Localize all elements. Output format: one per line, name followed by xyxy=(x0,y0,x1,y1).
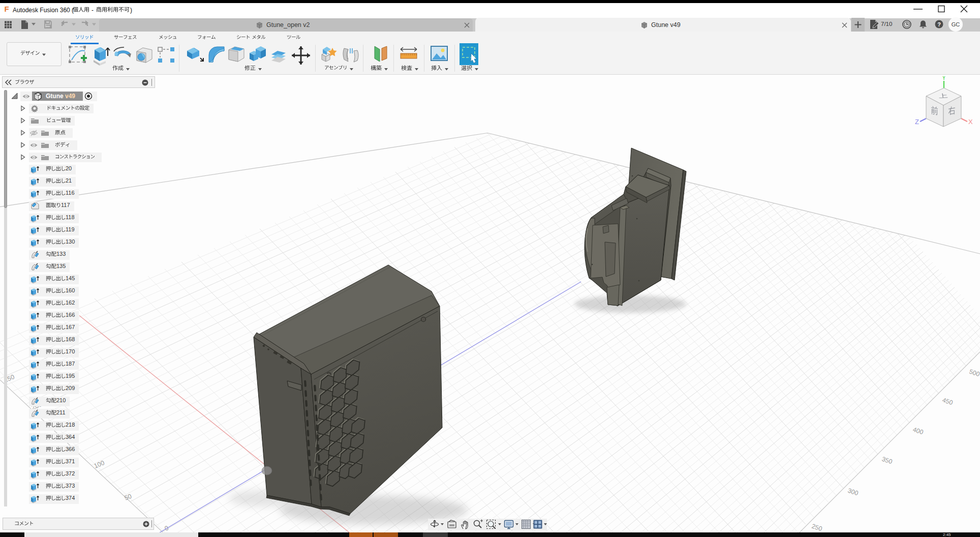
svg-text:X: X xyxy=(968,118,973,126)
svg-text:Y: Y xyxy=(942,76,946,81)
svg-text:Z: Z xyxy=(915,118,919,126)
svg-text:?: ? xyxy=(937,21,941,27)
